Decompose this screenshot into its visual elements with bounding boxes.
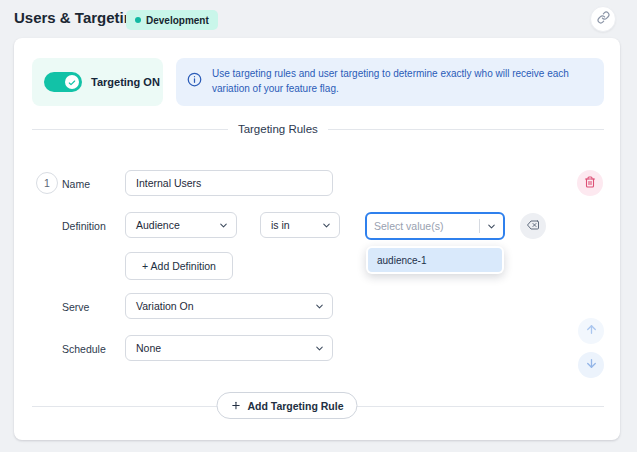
badge-dot-icon xyxy=(135,17,141,23)
targeting-toggle-box: Targeting ON xyxy=(32,58,163,106)
serve-label: Serve xyxy=(62,301,89,313)
info-banner: Use targeting rules and user targeting t… xyxy=(176,58,604,106)
targeting-toggle[interactable] xyxy=(44,72,82,92)
chevron-down-icon xyxy=(218,220,229,231)
serve-select[interactable]: Variation On xyxy=(125,293,333,319)
chevron-down-icon xyxy=(321,220,332,231)
add-definition-button[interactable]: + Add Definition xyxy=(125,252,233,280)
rule-name-input[interactable] xyxy=(125,170,333,196)
badge-label: Development xyxy=(146,15,209,26)
delete-rule-button[interactable] xyxy=(577,170,603,196)
targeting-card: Targeting ON Use targeting rules and use… xyxy=(14,38,620,440)
schedule-select[interactable]: None xyxy=(125,335,333,361)
environment-badge: Development xyxy=(126,10,218,30)
rule-index-badge: 1 xyxy=(36,172,58,194)
backspace-icon xyxy=(527,217,539,235)
attribute-select-value: Audience xyxy=(136,219,180,231)
definition-label: Definition xyxy=(62,220,106,232)
move-rule-down-button[interactable] xyxy=(578,352,604,378)
name-label: Name xyxy=(62,178,90,190)
chevron-down-icon xyxy=(314,301,325,312)
chevron-down-icon[interactable] xyxy=(480,221,503,232)
divider-line xyxy=(328,129,604,130)
toggle-label: Targeting ON xyxy=(91,76,160,88)
serve-select-value: Variation On xyxy=(136,300,194,312)
section-title: Targeting Rules xyxy=(238,123,318,135)
arrow-up-icon xyxy=(585,322,598,340)
values-multiselect[interactable] xyxy=(365,212,505,240)
schedule-select-value: None xyxy=(136,342,161,354)
operator-select-value: is in xyxy=(271,219,290,231)
add-targeting-rule-button[interactable]: Add Targeting Rule xyxy=(216,392,357,419)
plus-icon xyxy=(230,400,241,411)
dropdown-option[interactable]: audience-1 xyxy=(368,248,502,272)
trash-icon xyxy=(584,174,596,192)
attribute-select[interactable]: Audience xyxy=(125,212,237,238)
toggle-knob xyxy=(65,75,79,89)
move-rule-up-button[interactable] xyxy=(578,318,604,344)
page-title: Users & Targeting xyxy=(14,9,142,26)
operator-select[interactable]: is in xyxy=(260,212,340,238)
divider-line xyxy=(32,129,228,130)
check-icon xyxy=(68,73,76,91)
values-dropdown: audience-1 xyxy=(366,246,504,274)
info-icon xyxy=(187,72,202,87)
clear-values-button[interactable] xyxy=(520,213,546,239)
info-banner-text: Use targeting rules and user targeting t… xyxy=(212,66,594,96)
add-targeting-rule-label: Add Targeting Rule xyxy=(247,400,343,412)
chevron-down-icon xyxy=(314,343,325,354)
section-divider: Targeting Rules xyxy=(32,122,604,136)
copy-link-button[interactable] xyxy=(590,6,616,32)
arrow-down-icon xyxy=(585,356,598,374)
schedule-label: Schedule xyxy=(62,343,106,355)
values-input[interactable] xyxy=(367,220,479,232)
link-icon xyxy=(597,10,610,28)
